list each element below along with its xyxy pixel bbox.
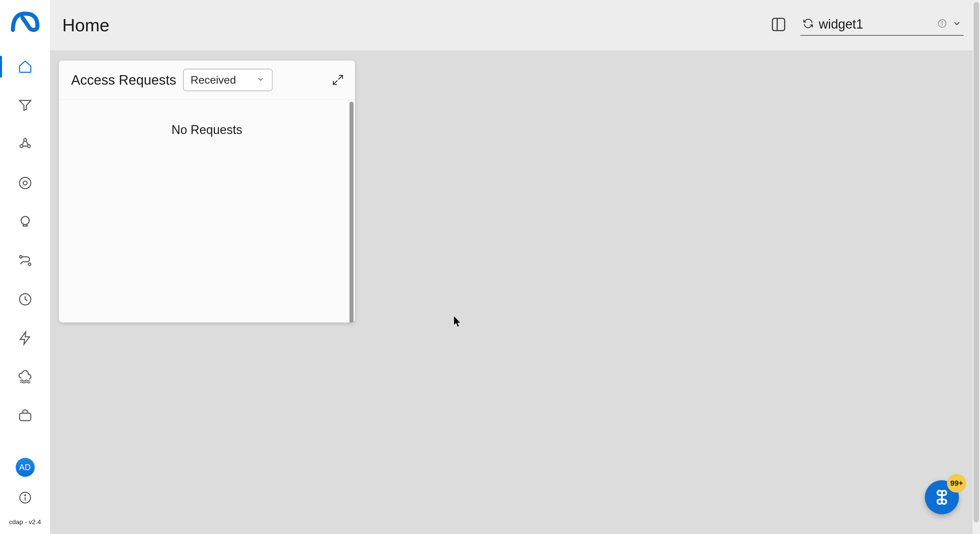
user-avatar[interactable]: AD (16, 458, 35, 477)
nav-home[interactable] (0, 57, 50, 76)
layout-name: widget1 (819, 17, 932, 32)
dashboard-canvas: Access Requests Received No Reques (50, 50, 980, 534)
nav-activity[interactable] (0, 329, 50, 348)
widget-scrollbar[interactable] (350, 102, 353, 323)
refresh-icon (802, 18, 814, 30)
sidebar: AD cdap - v2.4 (0, 0, 50, 534)
svg-point-3 (19, 178, 30, 189)
layout-selector[interactable]: widget1 (800, 15, 964, 36)
widget-access-requests: Access Requests Received No Reques (59, 60, 355, 323)
topbar: Home widget1 (50, 0, 980, 50)
dropdown-value: Received (191, 74, 236, 86)
version-label: cdap - v2.4 (9, 518, 41, 526)
svg-point-5 (21, 216, 29, 224)
page-title: Home (62, 15, 110, 35)
svg-point-6 (19, 256, 22, 258)
nav-history[interactable] (0, 290, 50, 309)
nav-settings[interactable] (0, 173, 50, 192)
main-area: Home widget1 (50, 0, 980, 534)
fab-badge-text: 99+ (950, 479, 963, 488)
widget-empty-text: No Requests (172, 123, 242, 323)
svg-point-1 (20, 145, 22, 147)
command-fab[interactable]: 99+ (925, 480, 959, 514)
sidebar-nav (0, 57, 50, 425)
svg-point-14 (942, 21, 943, 22)
nav-weather[interactable] (0, 367, 50, 386)
nav-info[interactable] (0, 491, 50, 505)
chevron-down-icon (256, 75, 265, 85)
svg-rect-9 (19, 413, 30, 421)
nav-work[interactable] (0, 406, 50, 425)
svg-point-11 (24, 495, 25, 496)
svg-rect-12 (772, 18, 785, 30)
widget-expand-button[interactable] (330, 72, 346, 88)
avatar-initials: AD (19, 462, 30, 472)
widget-filter-dropdown[interactable]: Received (183, 69, 272, 91)
nav-insight[interactable] (0, 212, 50, 231)
svg-point-2 (27, 145, 30, 147)
svg-point-4 (23, 181, 27, 185)
layout-panel-button[interactable] (770, 16, 787, 34)
cursor-icon (453, 316, 462, 329)
nav-route[interactable] (0, 251, 50, 270)
chevron-down-icon (952, 19, 962, 30)
widget-title: Access Requests (71, 72, 176, 88)
app-logo[interactable] (10, 10, 41, 38)
page-scrollbar[interactable] (972, 0, 980, 534)
svg-point-7 (28, 263, 30, 265)
fab-badge: 99+ (947, 474, 966, 493)
info-icon (937, 18, 947, 30)
nav-filter[interactable] (0, 96, 50, 115)
nav-cluster[interactable] (0, 135, 50, 154)
